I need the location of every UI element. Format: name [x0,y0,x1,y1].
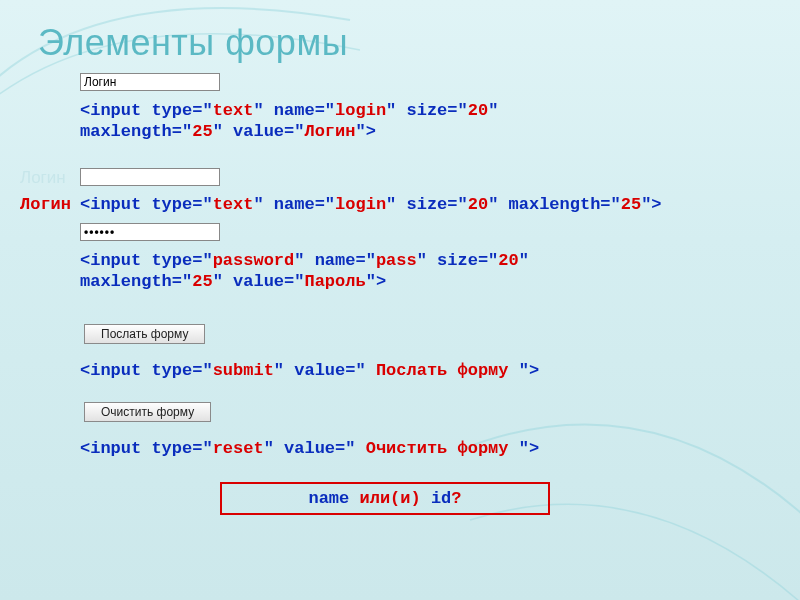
reset-button[interactable]: Очистить форму [84,402,211,422]
code-input-text-value: <input type="text" name="login" size="20… [80,100,498,143]
code-input-reset: <input type="reset" value=" Очистить фор… [80,438,539,459]
login-input-prefilled[interactable]: Логин [80,73,220,91]
ghost-login-label: Логин [20,168,66,188]
login-input-empty[interactable] [80,168,220,186]
login-leading-label: Логин [20,194,71,215]
submit-button[interactable]: Послать форму [84,324,205,344]
footer-name-or-id: name или(и) id? [220,482,550,515]
code-input-password: <input type="password" name="pass" size=… [80,250,529,293]
password-input[interactable]: •••••• [80,223,220,241]
slide-title: Элементы формы [38,22,348,64]
code-input-text-nolabel: <input type="text" name="login" size="20… [80,194,662,215]
code-input-submit: <input type="submit" value=" Послать фор… [80,360,539,381]
